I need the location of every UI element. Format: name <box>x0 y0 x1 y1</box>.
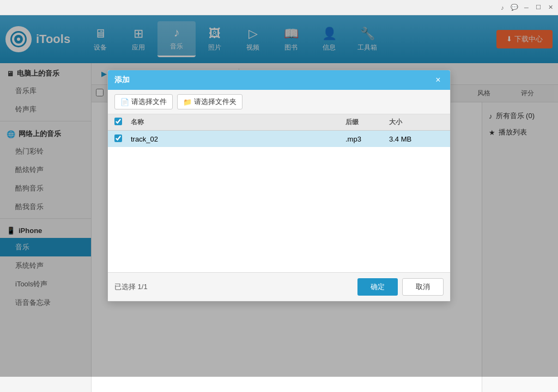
select-folder-icon: 📁 <box>183 98 192 106</box>
select-file-icon: 📄 <box>120 98 129 106</box>
select-file-button[interactable]: 📄 请选择文件 <box>114 94 173 109</box>
confirm-button[interactable]: 确定 <box>357 278 398 296</box>
maximize-button[interactable]: ☐ <box>533 2 544 13</box>
dialog-table-body: track_02 .mp3 3.4 MB <box>108 131 450 272</box>
dialog-content: 名称 后缀 大小 track_02 .mp3 3.4 MB <box>108 114 450 272</box>
select-folder-label: 请选择文件夹 <box>194 97 236 107</box>
select-file-label: 请选择文件 <box>131 97 167 107</box>
row-size: 3.4 MB <box>389 135 444 143</box>
minimize-button[interactable]: ─ <box>521 2 532 13</box>
add-dialog: 添加 × 📄 请选择文件 📁 请选择文件夹 名称 后缀 大小 <box>107 70 451 302</box>
dialog-title: 添加 <box>114 75 130 85</box>
select-folder-button[interactable]: 📁 请选择文件夹 <box>177 94 242 109</box>
title-bar: ♪ 💬 ─ ☐ ✕ <box>0 0 558 15</box>
dialog-footer: 已选择 1/1 确定 取消 <box>108 272 450 301</box>
dialog-status: 已选择 1/1 <box>114 282 148 292</box>
title-bar-music-icon: ♪ <box>497 2 508 13</box>
dialog-select-all[interactable] <box>114 118 122 125</box>
close-button[interactable]: ✕ <box>545 2 556 13</box>
dialog-check-header <box>114 118 131 127</box>
table-row[interactable]: track_02 .mp3 3.4 MB <box>108 131 450 147</box>
dialog-ext-header: 后缀 <box>345 118 389 127</box>
dialog-buttons: 确定 取消 <box>357 278 444 296</box>
row-checkbox[interactable] <box>114 134 122 142</box>
dialog-table-header: 名称 后缀 大小 <box>108 114 450 131</box>
row-checkbox-wrapper <box>114 134 131 144</box>
title-bar-msg-icon: 💬 <box>509 2 520 13</box>
dialog-size-header: 大小 <box>389 118 444 127</box>
row-name: track_02 <box>131 135 345 143</box>
cancel-button[interactable]: 取消 <box>402 278 444 296</box>
dialog-title-bar: 添加 × <box>108 70 450 90</box>
dialog-name-header: 名称 <box>131 118 345 127</box>
dialog-overlay: 添加 × 📄 请选择文件 📁 请选择文件夹 名称 后缀 大小 <box>0 15 558 377</box>
dialog-toolbar: 📄 请选择文件 📁 请选择文件夹 <box>108 90 450 114</box>
row-ext: .mp3 <box>345 135 389 143</box>
dialog-close-button[interactable]: × <box>433 75 444 85</box>
